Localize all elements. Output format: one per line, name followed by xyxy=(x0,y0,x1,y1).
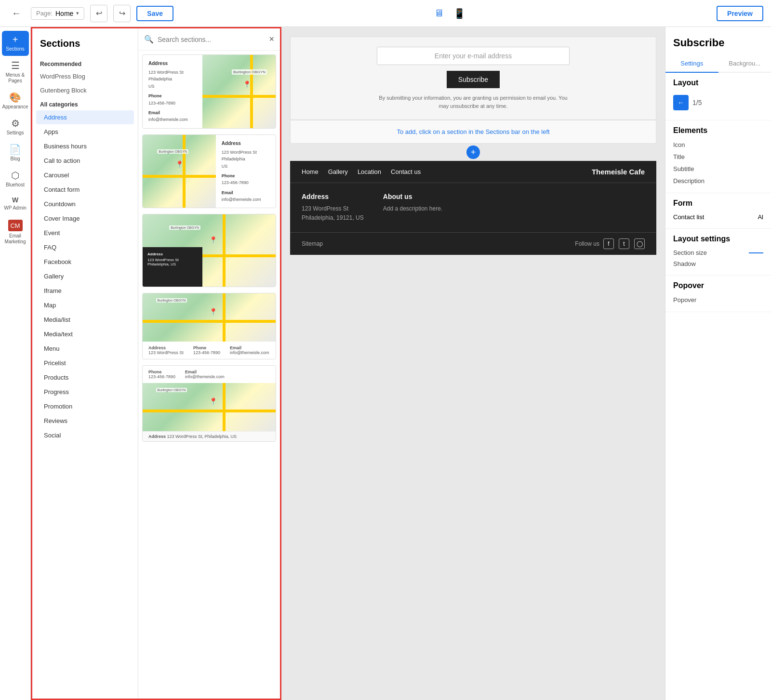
element-description[interactable]: Description xyxy=(673,175,763,187)
sidebar-item-wp-admin[interactable]: W WP Admin xyxy=(2,193,29,215)
list-item[interactable]: 📍 Burlington OBGYN Address 123 WordPress… xyxy=(142,134,276,209)
footer-address-line2: Philadelphia, 19121, US xyxy=(302,213,364,223)
element-title[interactable]: Title xyxy=(673,151,763,163)
canvas-add-button-row: + xyxy=(290,144,656,161)
category-gallery[interactable]: Gallery xyxy=(36,269,134,283)
page-selector[interactable]: Page: Home ▾ xyxy=(31,7,84,20)
sidebar-left: + Sections ☰ Menus & Pages 🎨 Appearance … xyxy=(0,27,31,700)
sidebar-item-email-marketing[interactable]: CM Email Marketing xyxy=(2,216,29,249)
category-menu[interactable]: Menu xyxy=(36,342,134,356)
footer-nav-location[interactable]: Location xyxy=(358,168,381,175)
search-input[interactable] xyxy=(158,36,265,43)
sidebar-item-settings[interactable]: ⚙ Settings xyxy=(2,115,29,140)
category-media-list[interactable]: Media/list xyxy=(36,313,134,327)
sidebar-item-appearance[interactable]: 🎨 Appearance xyxy=(2,89,29,114)
footer-nav-home[interactable]: Home xyxy=(302,168,319,175)
elements-section-title: Elements xyxy=(673,126,763,135)
instagram-social-icon[interactable]: ◯ xyxy=(634,238,645,249)
element-subtitle[interactable]: Subtitle xyxy=(673,163,763,175)
footer-follow-label: Follow us xyxy=(575,240,599,247)
section-size-label: Section size xyxy=(673,249,707,256)
category-faq[interactable]: FAQ xyxy=(36,240,134,254)
redo-button[interactable]: ↪ xyxy=(113,5,131,22)
sidebar-item-sections[interactable]: + Sections xyxy=(2,31,29,56)
layout-navigation: ← 1/5 xyxy=(673,91,763,114)
sections-content: 🔍 × Address 123 WordPress StPhiladelphia… xyxy=(138,28,280,699)
right-panel: Subscribe Settings Backgrou... Layout ← … xyxy=(665,27,771,700)
category-products[interactable]: Products xyxy=(36,370,134,384)
footer-about-text: Add a description here. xyxy=(383,204,442,213)
category-map[interactable]: Map xyxy=(36,298,134,312)
add-section-button[interactable]: + xyxy=(466,145,480,159)
footer-about-col: About us Add a description here. xyxy=(383,193,442,223)
device-group: 🖥 📱 xyxy=(431,5,468,22)
back-button[interactable]: ← xyxy=(8,6,25,21)
recommended-gutenberg-block[interactable]: Gutenberg Block xyxy=(32,83,138,97)
category-social[interactable]: Social xyxy=(36,428,134,442)
recommended-wordpress-blog[interactable]: WordPress Blog xyxy=(32,69,138,83)
section-size-row[interactable]: Section size xyxy=(673,247,763,258)
sidebar-item-menus-pages[interactable]: ☰ Menus & Pages xyxy=(2,57,29,88)
layout-settings-section: Layout settings Section size Shadow xyxy=(665,229,771,276)
list-item[interactable]: 📍 Burlington OBGYN Address123 WordPress … xyxy=(142,293,276,359)
footer-social-icons: f t ◯ xyxy=(603,238,645,249)
tab-settings[interactable]: Settings xyxy=(665,55,718,73)
shadow-row[interactable]: Shadow xyxy=(673,258,763,269)
category-business-hours[interactable]: Business hours xyxy=(36,139,134,153)
category-event[interactable]: Event xyxy=(36,226,134,240)
layout-settings-title: Layout settings xyxy=(673,235,763,243)
category-facebook[interactable]: Facebook xyxy=(36,255,134,269)
page-label: Page: xyxy=(36,10,53,17)
mobile-view-button[interactable]: 📱 xyxy=(451,5,468,22)
facebook-social-icon[interactable]: f xyxy=(603,238,614,249)
category-media-text[interactable]: Media/text xyxy=(36,327,134,341)
category-promotion[interactable]: Promotion xyxy=(36,399,134,413)
list-item[interactable]: Phone123-456-7890 Emailinfo@themeisle.co… xyxy=(142,365,276,442)
element-icon[interactable]: Icon xyxy=(673,139,763,151)
desktop-view-button[interactable]: 🖥 xyxy=(431,5,447,22)
footer-bottom: Sitemap Follow us f t ◯ xyxy=(290,232,656,255)
category-address[interactable]: Address xyxy=(36,110,134,124)
category-apps[interactable]: Apps xyxy=(36,125,134,139)
undo-button[interactable]: ↩ xyxy=(90,5,107,22)
category-contact-form[interactable]: Contact form xyxy=(36,183,134,197)
list-item[interactable]: 📍 Burlington OBGYN Address 123 WordPress… xyxy=(142,214,276,287)
wp-icon: W xyxy=(12,197,18,203)
category-reviews[interactable]: Reviews xyxy=(36,414,134,428)
sections-panel-title: Sections xyxy=(32,34,138,57)
sidebar-item-bluehost[interactable]: ⬡ Bluehost xyxy=(2,167,29,192)
category-call-to-action[interactable]: Call to action xyxy=(36,154,134,168)
subscribe-button[interactable]: Subscribe xyxy=(447,71,500,88)
popover-item[interactable]: Popover xyxy=(673,294,763,306)
sidebar-item-blog[interactable]: 📄 Blog xyxy=(2,141,29,166)
layout-section: Layout ← 1/5 xyxy=(665,73,771,120)
category-countdown[interactable]: Countdown xyxy=(36,197,134,211)
footer-sitemap[interactable]: Sitemap xyxy=(302,240,323,247)
recommended-label: Recommended xyxy=(32,57,138,69)
section-size-indicator xyxy=(749,252,763,253)
twitter-social-icon[interactable]: t xyxy=(619,238,629,249)
close-button[interactable]: × xyxy=(269,34,274,44)
sections-panel: Sections Recommended WordPress Blog Gute… xyxy=(31,27,281,700)
contact-list-label: Contact list xyxy=(673,213,704,221)
email-input[interactable]: Enter your e-mail address xyxy=(377,47,570,65)
sections-search-bar: 🔍 × xyxy=(138,28,280,51)
category-carousel[interactable]: Carousel xyxy=(36,168,134,182)
footer-nav-contact[interactable]: Contact us xyxy=(391,168,421,175)
footer-nav-gallery[interactable]: Gallery xyxy=(328,168,348,175)
category-pricelist[interactable]: Pricelist xyxy=(36,356,134,370)
footer-nav-links: Home Gallery Location Contact us xyxy=(302,168,421,175)
tab-background[interactable]: Backgrou... xyxy=(718,55,771,73)
save-button[interactable]: Save xyxy=(136,6,173,21)
category-iframe[interactable]: Iframe xyxy=(36,284,134,298)
contact-list-value[interactable]: Al xyxy=(758,213,763,221)
contact-list-row: Contact list Al xyxy=(673,211,763,223)
preview-button[interactable]: Preview xyxy=(717,6,763,21)
footer-address-col: Address 123 WordPress St Philadelphia, 1… xyxy=(302,193,364,223)
list-item[interactable]: Address 123 WordPress StPhiladelphiaUS P… xyxy=(142,54,276,129)
sections-icon: + xyxy=(13,35,18,44)
category-progress[interactable]: Progress xyxy=(36,385,134,399)
category-cover-image[interactable]: Cover Image xyxy=(36,211,134,225)
menus-pages-icon: ☰ xyxy=(11,61,20,70)
layout-prev-button[interactable]: ← xyxy=(673,95,689,110)
